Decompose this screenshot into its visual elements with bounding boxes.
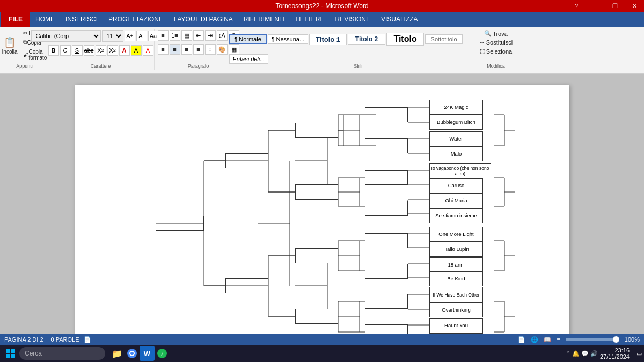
view-web-icon[interactable]: 🌐 [531,336,538,343]
style-titolo[interactable]: Titolo [386,33,424,46]
font-family-select[interactable]: Calibri (Corp [31,30,101,42]
font-size-select[interactable]: 11 [102,30,123,42]
restore-btn[interactable]: ❐ [605,0,625,12]
format-painter-icon: 🖌 [23,52,28,58]
stili-label: Stili [354,63,362,69]
bold-btn[interactable]: B [48,45,59,56]
view-print-icon[interactable]: 📄 [518,336,525,343]
r2-box7 [365,294,408,309]
taskbar-explorer[interactable]: 📁 [109,346,125,361]
cut-icon: ✂ [23,30,27,36]
r2-box4 [365,201,408,216]
r2-box1 [365,107,408,122]
winner-box [156,216,204,231]
font-shrink-btn[interactable]: A- [136,31,147,41]
view-outline-icon[interactable]: ≡ [557,336,560,343]
style-normale[interactable]: ¶ Normale [229,34,267,44]
font-grow-btn[interactable]: A+ [125,31,135,41]
paste-btn[interactable]: 📋 Incolla [0,35,20,56]
sostituisci-btn[interactable]: ↔ Sostituisci [477,38,515,47]
minimize-btn[interactable]: ─ [586,0,605,12]
r2-box6 [365,264,408,279]
highlight-btn[interactable]: A [131,45,142,56]
r3-box1 [295,123,338,138]
window-title: Torneosongs22 - Microsoft Word [275,2,368,10]
align-left-btn[interactable]: ≡ [158,44,169,55]
r3-box2 [295,184,338,200]
r4-box2 [225,278,268,293]
zoom-level[interactable]: 100% [625,336,640,343]
style-titolo1[interactable]: Titolo 1 [309,34,347,45]
start-btn[interactable] [2,346,19,361]
menu-progettazione[interactable]: PROGETTAZIONE [103,12,169,27]
taskbar-clock[interactable]: 23:16 27/11/2024 [600,347,630,360]
ribbon: 📋 Incolla ✂ Taglia ⧉ Copia 🖌 Copia forma… [0,27,644,74]
zoom-thumb [613,336,619,343]
shading-btn[interactable]: A [143,45,153,56]
bullets-btn[interactable]: ≡ [158,30,169,41]
zoom-slider[interactable] [566,338,619,341]
menu-home[interactable]: HOME [30,12,60,27]
show-desktop-btn[interactable]: ▭ [634,350,642,357]
ribbon-group-carattere: Calibri (Corp 11 A+ A- Aa 🧹 B C S abc X2… [47,29,155,70]
close-btn[interactable]: ✕ [625,0,644,12]
song-2: Bubblegum Bitch [429,115,483,130]
line-spacing-btn[interactable]: ↕ [205,44,216,55]
select-icon: ⬚ [480,48,485,55]
song-8: Se stiamo insieme [429,208,483,223]
sort-btn[interactable]: ↕A [217,30,228,41]
justify-btn[interactable]: ≡ [193,44,204,55]
appunti-label: Appunti [16,63,33,69]
song-15: Haunt You [429,318,483,333]
r4-box1 [225,153,268,168]
taskbar-word[interactable]: W [140,346,155,361]
trova-btn[interactable]: 🔍 Trova [482,29,510,38]
underline-btn[interactable]: S [72,45,83,56]
help-btn[interactable]: ? [567,0,586,12]
r2-box3 [365,170,408,185]
align-center-btn[interactable]: ≡ [170,44,180,55]
align-right-btn[interactable]: ≡ [181,44,192,55]
strikethrough-btn[interactable]: abc [84,45,94,56]
file-menu[interactable]: FILE [1,12,30,27]
svg-line-79 [408,107,429,115]
decrease-indent-btn[interactable]: ⇤ [193,30,204,41]
menu-revisione[interactable]: REVISIONE [330,12,376,27]
seleziona-btn[interactable]: ⬚ Seleziona [478,47,514,56]
r3-box3 [295,248,338,263]
italic-btn[interactable]: C [60,45,71,56]
taskbar: 📁 W ♪ ⌃ 🔔 💬 🔊 23:16 27/11/2024 ▭ [0,345,644,362]
style-enfasi[interactable]: Enfasi deli... [229,54,269,64]
style-sottotitolo[interactable]: Sottotitolo [425,34,463,44]
ribbon-group-modifica: 🔍 Trova ↔ Sostituisci ⬚ Seleziona Modifi… [474,29,517,70]
font-color-btn[interactable]: A [119,45,130,56]
taskbar-search[interactable] [19,347,105,360]
menu-layout[interactable]: LAYOUT DI PAGINA [169,12,238,27]
format-painter-label: Copia formato [29,49,47,61]
style-nessuna[interactable]: ¶ Nessuna... [268,34,309,44]
song-5: Io vagabondo (che non sono altro) [429,163,491,179]
format-painter-btn[interactable]: 🖌 Copia formato [21,48,49,62]
status-bar: PAGINA 2 DI 2 0 PAROLE 📄 📄 🌐 📖 ≡ 100% [0,334,644,345]
svg-rect-148 [6,349,10,353]
menu-lettere[interactable]: LETTERE [290,12,330,27]
shading-para-btn[interactable]: 🎨 [217,44,228,55]
taskbar-spotify[interactable]: ♪ [155,346,170,361]
taskbar-chrome[interactable] [125,346,140,361]
numbering-btn[interactable]: 1≡ [170,30,180,41]
proofing-icon[interactable]: 📄 [84,336,91,343]
view-read-icon[interactable]: 📖 [544,336,551,343]
subscript-btn[interactable]: X2 [96,45,106,56]
paste-icon: 📋 [4,36,16,48]
modifica-label: Modifica [487,63,505,69]
increase-indent-btn[interactable]: ⇥ [205,30,216,41]
multilevel-btn[interactable]: ▤ [181,30,192,41]
svg-point-154 [130,352,134,355]
menu-inserisci[interactable]: INSERISCI [60,12,103,27]
style-titolo2[interactable]: Titolo 2 [348,34,385,45]
superscript-btn[interactable]: X2 [107,45,118,56]
menu-visualizza[interactable]: VISUALIZZA [376,12,423,27]
song-7: Ohi Maria [429,193,483,208]
bracket-container: 24K Magic Bubblegum Bitch Water Malo Io … [97,95,547,334]
menu-riferimenti[interactable]: RIFERIMENTI [238,12,290,27]
